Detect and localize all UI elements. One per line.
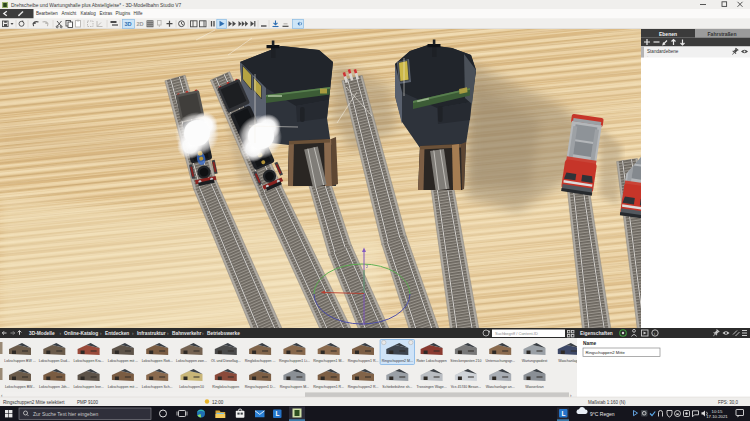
svg-text:Name: Name — [583, 341, 596, 346]
svg-text:Bahnverkehr: Bahnverkehr — [172, 331, 201, 336]
svg-text:Online-Katalog: Online-Katalog — [64, 331, 98, 336]
svg-text:Ringschuppen1 R...: Ringschuppen1 R... — [348, 359, 379, 363]
svg-text:Lokschuppen leer...: Lokschuppen leer... — [73, 385, 103, 389]
svg-text:Untersuchungsgr...: Untersuchungsgr... — [486, 359, 515, 363]
svg-text:Wasserkran: Wasserkran — [525, 385, 544, 389]
svg-text:Ringschuppen2 Mitte: Ringschuppen2 Mitte — [586, 350, 626, 355]
svg-text:Eigenschaften: Eigenschaften — [580, 331, 613, 336]
svg-text:Lokschuppen BW ...: Lokschuppen BW ... — [4, 359, 35, 363]
svg-text:L: L — [562, 410, 566, 417]
svg-text:Ringschuppen2 M...: Ringschuppen2 M... — [382, 359, 413, 363]
svg-text:L: L — [276, 410, 280, 417]
svg-text:Ringschuppen1 R...: Ringschuppen1 R... — [313, 385, 344, 389]
svg-text:3D: 3D — [125, 21, 132, 27]
svg-text:Waschanlage an...: Waschanlage an... — [486, 385, 515, 389]
svg-text:Drehscheibe und Wartungshalle: Drehscheibe und Wartungshalle plus Abste… — [11, 3, 182, 8]
svg-text:2D: 2D — [137, 21, 144, 27]
svg-text:Ringschuppen1 Li...: Ringschuppen1 Li... — [279, 359, 310, 363]
svg-text:Ringschuppen2 R...: Ringschuppen2 R... — [348, 385, 379, 389]
svg-text:Wartungspodest: Wartungspodest — [522, 359, 547, 363]
svg-text:Ringschuppen M...: Ringschuppen M... — [280, 385, 309, 389]
svg-text:-: - — [647, 54, 648, 58]
svg-text:Lokschuppen Kra...: Lokschuppen Kra... — [74, 359, 104, 363]
svg-text:Ringlokschuppen: Ringlokschuppen — [212, 385, 239, 389]
svg-text:PMP 9100: PMP 9100 — [77, 400, 98, 405]
svg-text:i: i — [654, 331, 655, 336]
svg-text:Streckenposten 210: Streckenposten 210 — [450, 359, 481, 363]
svg-text:Lokschuppen mit ...: Lokschuppen mit ... — [108, 359, 138, 363]
svg-text:Katalog: Katalog — [81, 11, 97, 16]
svg-text:Betriebswerke: Betriebswerke — [207, 331, 240, 336]
svg-text:Infrastruktur: Infrastruktur — [137, 331, 166, 336]
svg-text:Lokschuppen mit ...: Lokschuppen mit ... — [108, 385, 138, 389]
svg-text:Lokschuppen10: Lokschuppen10 — [179, 385, 204, 389]
svg-text:Öl- und Diesellag...: Öl- und Diesellag... — [211, 359, 241, 363]
svg-text:Hilfe: Hilfe — [134, 11, 143, 16]
svg-text:Ansicht: Ansicht — [62, 11, 78, 16]
svg-text:Lokschuppen Jöh...: Lokschuppen Jöh... — [39, 385, 69, 389]
svg-text:Maßstab 1:160 (N): Maßstab 1:160 (N) — [588, 400, 626, 405]
svg-text:Lokschuppen Rott...: Lokschuppen Rott... — [142, 359, 173, 363]
svg-text:Vcs 45740 Besan...: Vcs 45740 Besan... — [451, 385, 481, 389]
svg-text:Ringschuppen1 D...: Ringschuppen1 D... — [245, 385, 276, 389]
svg-text:10:15: 10:15 — [712, 409, 723, 414]
svg-text:Lokschuppen BW...: Lokschuppen BW... — [5, 385, 35, 389]
svg-text:Extras: Extras — [100, 11, 114, 16]
svg-text:Roter Lokschuppen: Roter Lokschuppen — [416, 359, 446, 363]
svg-text:Lokschuppen Dud...: Lokschuppen Dud... — [39, 359, 70, 363]
svg-text:Ringschuppen2 Mitte selektiert: Ringschuppen2 Mitte selektiert — [3, 400, 65, 405]
svg-text:Trossingen Wage...: Trossingen Wage... — [417, 385, 447, 389]
svg-text:Ringschuppen1 M...: Ringschuppen1 M... — [313, 359, 344, 363]
svg-text:12:00: 12:00 — [212, 400, 224, 405]
svg-text:3D-Modelle: 3D-Modelle — [29, 331, 55, 336]
svg-text:Zur Suche Text hier eingeben: Zur Suche Text hier eingeben — [33, 411, 98, 417]
svg-text:Ebenen: Ebenen — [659, 31, 677, 37]
svg-text:17.10.2021: 17.10.2021 — [706, 414, 728, 419]
svg-text:Fahrstraßen: Fahrstraßen — [708, 31, 737, 37]
svg-text:Standardebene: Standardebene — [647, 49, 679, 54]
svg-text:Suchbegriff / Content-ID: Suchbegriff / Content-ID — [495, 331, 538, 336]
svg-text:Schiebebühne sh...: Schiebebühne sh... — [382, 385, 412, 389]
svg-text:Lokschuppen Sch...: Lokschuppen Sch... — [142, 385, 173, 389]
svg-text:Plugins: Plugins — [116, 11, 132, 16]
svg-text:Lokschuppen zwe...: Lokschuppen zwe... — [176, 359, 207, 363]
svg-text:Bearbeiten: Bearbeiten — [36, 11, 58, 16]
svg-text:Entdecken: Entdecken — [105, 331, 129, 336]
svg-text:Ringlokschuppen ...: Ringlokschuppen ... — [245, 359, 276, 363]
svg-text:Waschanlage: Waschanlage — [558, 359, 579, 363]
svg-text:9°C Regen: 9°C Regen — [590, 411, 615, 417]
svg-text:FPS: 30,0: FPS: 30,0 — [718, 400, 739, 405]
